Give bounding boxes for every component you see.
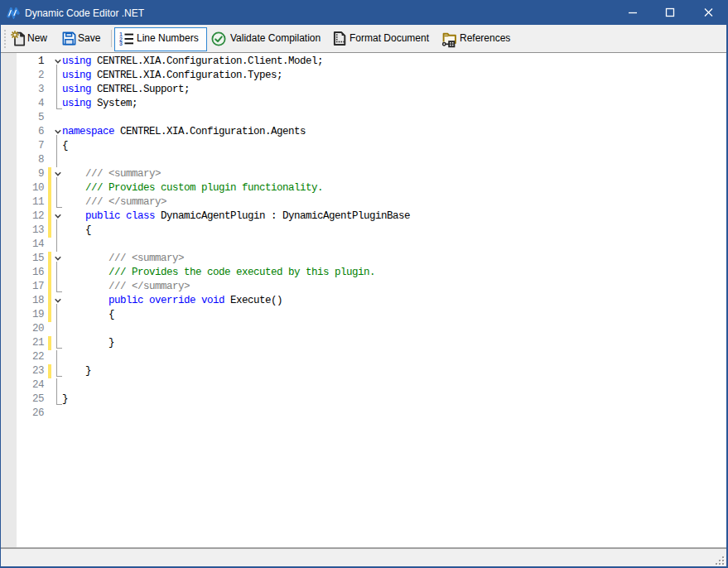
svg-text:3: 3 xyxy=(119,41,123,46)
